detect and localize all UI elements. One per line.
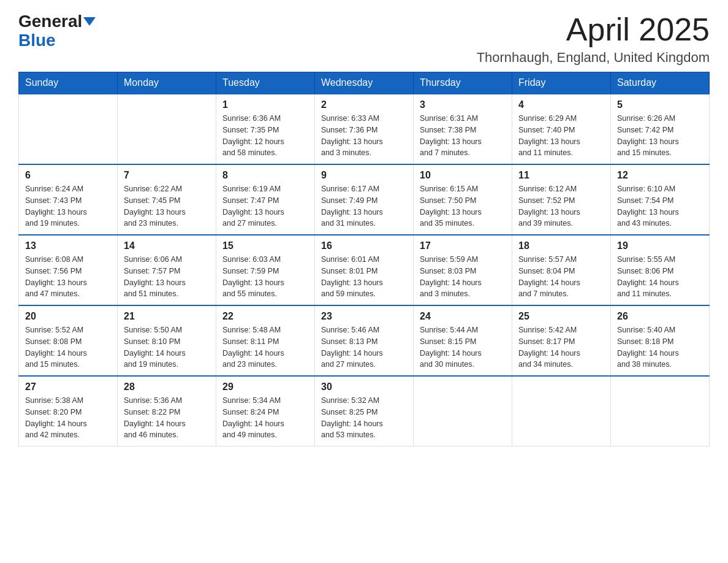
calendar-cell: 18Sunrise: 5:57 AM Sunset: 8:04 PM Dayli… (512, 235, 611, 305)
weekday-header-thursday: Thursday (414, 72, 512, 94)
day-info: Sunrise: 6:15 AM Sunset: 7:50 PM Dayligh… (420, 183, 506, 229)
day-info: Sunrise: 5:40 AM Sunset: 8:18 PM Dayligh… (617, 324, 703, 370)
day-info: Sunrise: 6:31 AM Sunset: 7:38 PM Dayligh… (420, 113, 506, 159)
day-info: Sunrise: 6:10 AM Sunset: 7:54 PM Dayligh… (617, 183, 703, 229)
calendar-cell: 10Sunrise: 6:15 AM Sunset: 7:50 PM Dayli… (414, 164, 512, 235)
day-info: Sunrise: 5:59 AM Sunset: 8:03 PM Dayligh… (420, 254, 506, 300)
calendar-cell (611, 376, 710, 446)
logo-triangle-icon (83, 17, 96, 26)
calendar-cell: 25Sunrise: 5:42 AM Sunset: 8:17 PM Dayli… (512, 305, 611, 376)
day-number: 2 (321, 99, 407, 110)
weekday-header-sunday: Sunday (19, 72, 118, 94)
day-number: 15 (222, 240, 308, 251)
day-number: 7 (124, 170, 210, 181)
day-number: 20 (25, 311, 111, 322)
calendar-week-row: 1Sunrise: 6:36 AM Sunset: 7:35 PM Daylig… (19, 94, 710, 164)
day-number: 26 (617, 311, 703, 322)
day-info: Sunrise: 5:46 AM Sunset: 8:13 PM Dayligh… (321, 324, 407, 370)
calendar-table: SundayMondayTuesdayWednesdayThursdayFrid… (18, 72, 710, 446)
calendar-cell: 4Sunrise: 6:29 AM Sunset: 7:40 PM Daylig… (512, 94, 611, 164)
calendar-cell: 12Sunrise: 6:10 AM Sunset: 7:54 PM Dayli… (611, 164, 710, 235)
calendar-cell: 23Sunrise: 5:46 AM Sunset: 8:13 PM Dayli… (315, 305, 414, 376)
calendar-week-row: 27Sunrise: 5:38 AM Sunset: 8:20 PM Dayli… (19, 376, 710, 446)
day-info: Sunrise: 5:48 AM Sunset: 8:11 PM Dayligh… (222, 324, 308, 370)
calendar-cell: 28Sunrise: 5:36 AM Sunset: 8:22 PM Dayli… (118, 376, 216, 446)
day-info: Sunrise: 6:29 AM Sunset: 7:40 PM Dayligh… (518, 113, 604, 159)
calendar-cell (19, 94, 118, 164)
day-info: Sunrise: 6:12 AM Sunset: 7:52 PM Dayligh… (518, 183, 604, 229)
calendar-title: April 2025 (477, 12, 710, 47)
calendar-cell: 3Sunrise: 6:31 AM Sunset: 7:38 PM Daylig… (414, 94, 512, 164)
calendar-header: SundayMondayTuesdayWednesdayThursdayFrid… (19, 72, 710, 94)
day-number: 17 (420, 240, 506, 251)
day-info: Sunrise: 6:08 AM Sunset: 7:56 PM Dayligh… (25, 254, 111, 300)
calendar-cell: 6Sunrise: 6:24 AM Sunset: 7:43 PM Daylig… (19, 164, 118, 235)
day-info: Sunrise: 6:03 AM Sunset: 7:59 PM Dayligh… (222, 254, 308, 300)
day-number: 11 (518, 170, 604, 181)
day-info: Sunrise: 5:50 AM Sunset: 8:10 PM Dayligh… (124, 324, 210, 370)
calendar-cell (118, 94, 216, 164)
calendar-cell: 22Sunrise: 5:48 AM Sunset: 8:11 PM Dayli… (216, 305, 315, 376)
logo: General Blue (18, 12, 96, 50)
day-info: Sunrise: 6:06 AM Sunset: 7:57 PM Dayligh… (124, 254, 210, 300)
calendar-cell: 7Sunrise: 6:22 AM Sunset: 7:45 PM Daylig… (118, 164, 216, 235)
day-number: 28 (124, 381, 210, 393)
location-text: Thornhaugh, England, United Kingdom (477, 50, 710, 66)
calendar-cell: 13Sunrise: 6:08 AM Sunset: 7:56 PM Dayli… (19, 235, 118, 305)
page-header: General Blue April 2025 Thornhaugh, Engl… (18, 12, 710, 66)
calendar-week-row: 13Sunrise: 6:08 AM Sunset: 7:56 PM Dayli… (19, 235, 710, 305)
day-number: 10 (420, 170, 506, 181)
calendar-cell: 15Sunrise: 6:03 AM Sunset: 7:59 PM Dayli… (216, 235, 315, 305)
day-info: Sunrise: 5:52 AM Sunset: 8:08 PM Dayligh… (25, 324, 111, 370)
weekday-header-monday: Monday (118, 72, 216, 94)
calendar-week-row: 20Sunrise: 5:52 AM Sunset: 8:08 PM Dayli… (19, 305, 710, 376)
calendar-cell: 17Sunrise: 5:59 AM Sunset: 8:03 PM Dayli… (414, 235, 512, 305)
day-number: 27 (25, 381, 111, 393)
calendar-cell (414, 376, 512, 446)
day-number: 5 (617, 99, 703, 110)
calendar-cell (512, 376, 611, 446)
day-number: 8 (222, 170, 308, 181)
day-number: 22 (222, 311, 308, 322)
day-info: Sunrise: 5:44 AM Sunset: 8:15 PM Dayligh… (420, 324, 506, 370)
day-number: 12 (617, 170, 703, 181)
day-info: Sunrise: 6:24 AM Sunset: 7:43 PM Dayligh… (25, 183, 111, 229)
weekday-header-row: SundayMondayTuesdayWednesdayThursdayFrid… (19, 72, 710, 94)
day-number: 9 (321, 170, 407, 181)
calendar-cell: 19Sunrise: 5:55 AM Sunset: 8:06 PM Dayli… (611, 235, 710, 305)
day-info: Sunrise: 6:19 AM Sunset: 7:47 PM Dayligh… (222, 183, 308, 229)
day-number: 23 (321, 311, 407, 322)
day-number: 14 (124, 240, 210, 251)
calendar-cell: 9Sunrise: 6:17 AM Sunset: 7:49 PM Daylig… (315, 164, 414, 235)
calendar-cell: 11Sunrise: 6:12 AM Sunset: 7:52 PM Dayli… (512, 164, 611, 235)
day-info: Sunrise: 5:42 AM Sunset: 8:17 PM Dayligh… (518, 324, 604, 370)
day-number: 6 (25, 170, 111, 181)
day-number: 4 (518, 99, 604, 110)
calendar-cell: 2Sunrise: 6:33 AM Sunset: 7:36 PM Daylig… (315, 94, 414, 164)
day-number: 21 (124, 311, 210, 322)
day-number: 30 (321, 381, 407, 393)
day-number: 25 (518, 311, 604, 322)
calendar-cell: 5Sunrise: 6:26 AM Sunset: 7:42 PM Daylig… (611, 94, 710, 164)
day-info: Sunrise: 5:32 AM Sunset: 8:25 PM Dayligh… (321, 395, 407, 441)
day-number: 13 (25, 240, 111, 251)
logo-general-text: General (18, 12, 82, 31)
calendar-cell: 1Sunrise: 6:36 AM Sunset: 7:35 PM Daylig… (216, 94, 315, 164)
day-number: 3 (420, 99, 506, 110)
day-number: 16 (321, 240, 407, 251)
day-info: Sunrise: 5:38 AM Sunset: 8:20 PM Dayligh… (25, 395, 111, 441)
calendar-cell: 29Sunrise: 5:34 AM Sunset: 8:24 PM Dayli… (216, 376, 315, 446)
day-info: Sunrise: 6:22 AM Sunset: 7:45 PM Dayligh… (124, 183, 210, 229)
calendar-cell: 20Sunrise: 5:52 AM Sunset: 8:08 PM Dayli… (19, 305, 118, 376)
day-number: 24 (420, 311, 506, 322)
day-number: 18 (518, 240, 604, 251)
day-number: 19 (617, 240, 703, 251)
day-info: Sunrise: 6:01 AM Sunset: 8:01 PM Dayligh… (321, 254, 407, 300)
day-info: Sunrise: 6:36 AM Sunset: 7:35 PM Dayligh… (222, 113, 308, 159)
day-info: Sunrise: 6:33 AM Sunset: 7:36 PM Dayligh… (321, 113, 407, 159)
day-number: 1 (222, 99, 308, 110)
day-info: Sunrise: 5:36 AM Sunset: 8:22 PM Dayligh… (124, 395, 210, 441)
calendar-cell: 14Sunrise: 6:06 AM Sunset: 7:57 PM Dayli… (118, 235, 216, 305)
calendar-cell: 16Sunrise: 6:01 AM Sunset: 8:01 PM Dayli… (315, 235, 414, 305)
weekday-header-wednesday: Wednesday (315, 72, 414, 94)
